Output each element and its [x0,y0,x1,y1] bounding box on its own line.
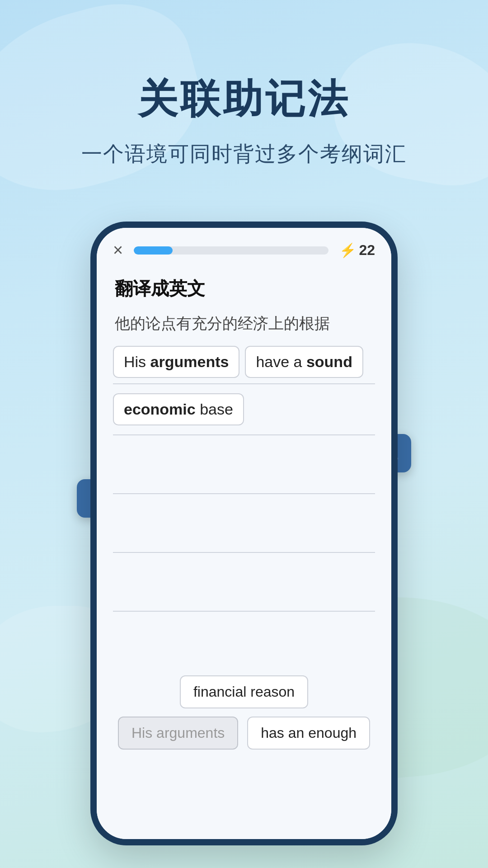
choice-financial-text: financial reason [193,684,295,700]
divider-1 [113,383,375,384]
choice-has-enough-text: has an enough [261,725,357,741]
chip-base-text: base [196,401,233,418]
answer-row-2: economic base [97,388,391,431]
blank-input-area-3[interactable] [113,557,375,612]
choice-financial-reason[interactable]: financial reason [180,675,308,708]
chip-his-text: His [124,353,150,370]
chip-have-a-sound[interactable]: have a sound [245,346,363,378]
choice-his-arguments-text: His arguments [131,725,225,741]
page-subtitle: 一个语境可同时背过多个考纲词汇 [0,140,488,168]
chip-economic-bold: economic [124,401,196,418]
chip-have-text: have a [256,353,306,370]
phone-mockup-container: 考纲词汇 考纲词汇 考纲词汇 × ⚡ 22 翻译成英文 他的论点有充分的经济上的… [90,222,398,845]
close-button[interactable]: × [113,241,123,260]
progress-bar [134,246,328,255]
page-title: 关联助记法 [0,72,488,126]
progress-fill [134,246,173,255]
phone-inner: × ⚡ 22 翻译成英文 他的论点有充分的经济上的根据 His argument… [97,228,391,839]
choice-his-arguments: His arguments [118,717,238,750]
chinese-sentence: 他的论点有充分的经济上的根据 [97,306,391,346]
phone-frame: × ⚡ 22 翻译成英文 他的论点有充分的经济上的根据 His argument… [90,222,398,845]
score-value: 22 [359,242,375,259]
bottom-choices: financial reason His arguments has an en… [97,675,391,758]
chip-sound-bold: sound [306,353,352,370]
choice-has-an-enough[interactable]: has an enough [247,717,370,750]
phone-status-bar: × ⚡ 22 [97,228,391,267]
divider-2 [113,434,375,435]
chip-his-arguments[interactable]: His arguments [113,346,239,378]
blank-input-area-2[interactable] [113,499,375,553]
choice-row-2: His arguments has an enough [113,717,375,750]
chip-economic-base[interactable]: economic base [113,393,244,425]
chip-arguments-bold: arguments [150,353,229,370]
task-label: 翻译成英文 [97,267,391,306]
answer-row-1: His arguments have a sound [97,346,391,378]
lightning-icon: ⚡ [339,242,356,258]
blank-input-area[interactable] [113,440,375,494]
choice-row-1: financial reason [113,675,375,708]
score-area: ⚡ 22 [339,242,375,259]
